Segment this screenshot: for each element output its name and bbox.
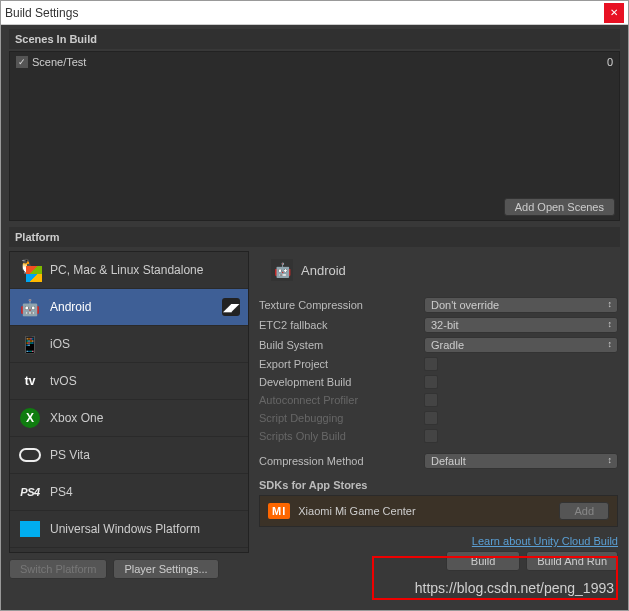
ios-icon: 📱 — [18, 332, 42, 356]
uwp-icon — [18, 517, 42, 541]
development-build-label: Development Build — [259, 376, 424, 388]
platform-label: Universal Windows Platform — [50, 522, 240, 536]
scene-checkbox[interactable]: ✓ — [16, 56, 28, 68]
scripts-only-build-label: Scripts Only Build — [259, 430, 424, 442]
build-buttons: Build Build And Run — [259, 551, 618, 571]
details-column: 🤖 Android Texture Compression Don't over… — [257, 251, 620, 579]
platform-item-tvos[interactable]: tv tvOS — [10, 363, 248, 400]
platform-label: Android — [50, 300, 214, 314]
compression-method-label: Compression Method — [259, 455, 424, 467]
platform-column: 🐧 PC, Mac & Linux Standalone 🤖 Android ◢… — [9, 251, 249, 579]
close-icon: ✕ — [610, 7, 618, 18]
cloud-build-link[interactable]: Learn about Unity Cloud Build — [472, 535, 618, 547]
android-icon: 🤖 — [18, 295, 42, 319]
close-button[interactable]: ✕ — [604, 3, 624, 23]
sdk-name: Xiaomi Mi Game Center — [298, 505, 551, 517]
script-debugging-row: Script Debugging — [259, 409, 618, 427]
scene-name: Scene/Test — [32, 56, 607, 68]
texture-compression-label: Texture Compression — [259, 299, 424, 311]
main-row: 🐧 PC, Mac & Linux Standalone 🤖 Android ◢… — [9, 251, 620, 579]
cloud-build-link-row: Learn about Unity Cloud Build — [259, 535, 618, 547]
etc2-fallback-label: ETC2 fallback — [259, 319, 424, 331]
platform-label: PS4 — [50, 485, 240, 499]
platform-list[interactable]: 🐧 PC, Mac & Linux Standalone 🤖 Android ◢… — [9, 251, 249, 553]
autoconnect-profiler-label: Autoconnect Profiler — [259, 394, 424, 406]
scenes-header: Scenes In Build — [9, 29, 620, 49]
tvos-icon: tv — [18, 369, 42, 393]
add-open-scenes-button[interactable]: Add Open Scenes — [504, 198, 615, 216]
scripts-only-build-checkbox — [424, 429, 438, 443]
script-debugging-label: Script Debugging — [259, 412, 424, 424]
script-debugging-checkbox — [424, 411, 438, 425]
export-project-checkbox[interactable] — [424, 357, 438, 371]
scene-index: 0 — [607, 56, 613, 68]
platform-label: tvOS — [50, 374, 240, 388]
platform-label: PC, Mac & Linux Standalone — [50, 263, 240, 277]
xiaomi-logo-icon: MI — [268, 503, 290, 519]
standalone-icon: 🐧 — [18, 258, 42, 282]
titlebar: Build Settings ✕ — [1, 1, 628, 25]
psvita-icon — [18, 443, 42, 467]
platform-item-android[interactable]: 🤖 Android ◢◤ — [10, 289, 248, 326]
unity-logo-icon: ◢◤ — [222, 298, 240, 316]
development-build-row: Development Build — [259, 373, 618, 391]
player-settings-button[interactable]: Player Settings... — [113, 559, 218, 579]
export-project-row: Export Project — [259, 355, 618, 373]
build-and-run-button[interactable]: Build And Run — [526, 551, 618, 571]
export-project-label: Export Project — [259, 358, 424, 370]
window-title: Build Settings — [5, 6, 604, 20]
texture-compression-dropdown[interactable]: Don't override — [424, 297, 618, 313]
development-build-checkbox[interactable] — [424, 375, 438, 389]
scene-item[interactable]: ✓ Scene/Test 0 — [12, 54, 617, 70]
platform-item-xboxone[interactable]: X Xbox One — [10, 400, 248, 437]
platform-item-uwp[interactable]: Universal Windows Platform — [10, 511, 248, 548]
scripts-only-build-row: Scripts Only Build — [259, 427, 618, 445]
texture-compression-row: Texture Compression Don't override — [259, 295, 618, 315]
platform-label: iOS — [50, 337, 240, 351]
platform-buttons: Switch Platform Player Settings... — [9, 559, 249, 579]
sdk-header: SDKs for App Stores — [259, 479, 618, 491]
build-system-label: Build System — [259, 339, 424, 351]
platform-label: Xbox One — [50, 411, 240, 425]
build-system-row: Build System Gradle — [259, 335, 618, 355]
build-button[interactable]: Build — [446, 551, 520, 571]
ps4-icon: PS4 — [18, 480, 42, 504]
scenes-list[interactable]: ✓ Scene/Test 0 Add Open Scenes — [9, 51, 620, 221]
build-settings-window: Build Settings ✕ Scenes In Build ✓ Scene… — [0, 0, 629, 611]
compression-method-dropdown[interactable]: Default — [424, 453, 618, 469]
selected-platform-name: Android — [301, 263, 346, 278]
platform-header: Platform — [9, 227, 620, 247]
switch-platform-button[interactable]: Switch Platform — [9, 559, 107, 579]
sdk-xiaomi-row: MI Xiaomi Mi Game Center Add — [259, 495, 618, 527]
window-content: Scenes In Build ✓ Scene/Test 0 Add Open … — [1, 25, 628, 587]
xbox-icon: X — [18, 406, 42, 430]
android-icon: 🤖 — [271, 259, 293, 281]
autoconnect-profiler-row: Autoconnect Profiler — [259, 391, 618, 409]
platform-item-psvita[interactable]: PS Vita — [10, 437, 248, 474]
autoconnect-profiler-checkbox — [424, 393, 438, 407]
platform-item-ios[interactable]: 📱 iOS — [10, 326, 248, 363]
platform-item-standalone[interactable]: 🐧 PC, Mac & Linux Standalone — [10, 252, 248, 289]
compression-method-row: Compression Method Default — [259, 451, 618, 471]
selected-platform-title: 🤖 Android — [259, 255, 618, 295]
etc2-fallback-dropdown[interactable]: 32-bit — [424, 317, 618, 333]
etc2-fallback-row: ETC2 fallback 32-bit — [259, 315, 618, 335]
build-system-dropdown[interactable]: Gradle — [424, 337, 618, 353]
sdk-add-button[interactable]: Add — [559, 502, 609, 520]
platform-label: PS Vita — [50, 448, 240, 462]
platform-item-ps4[interactable]: PS4 PS4 — [10, 474, 248, 511]
